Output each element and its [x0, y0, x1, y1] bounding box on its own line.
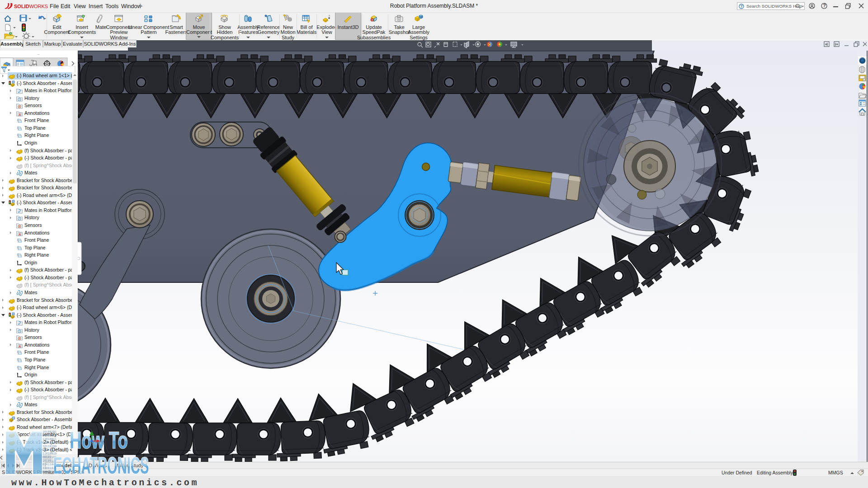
svg-text:SOLIDWORKS: SOLIDWORKS: [14, 4, 48, 9]
svg-text:A: A: [19, 344, 21, 347]
svg-text:ECHATRONICS: ECHATRONICS: [53, 452, 149, 478]
svg-text:?: ?: [740, 4, 743, 9]
svg-text:01101011: 01101011: [42, 449, 57, 452]
svg-text:10100101: 10100101: [42, 431, 57, 434]
svg-text:A: A: [19, 232, 21, 235]
svg-text:01011010: 01011010: [42, 434, 57, 437]
svg-text:11010011: 11010011: [42, 438, 57, 441]
svg-text:10110100: 10110100: [42, 445, 57, 448]
svg-text:01001101: 01001101: [42, 441, 57, 445]
svg-text:A: A: [19, 113, 21, 116]
svg-text:?: ?: [823, 3, 826, 8]
